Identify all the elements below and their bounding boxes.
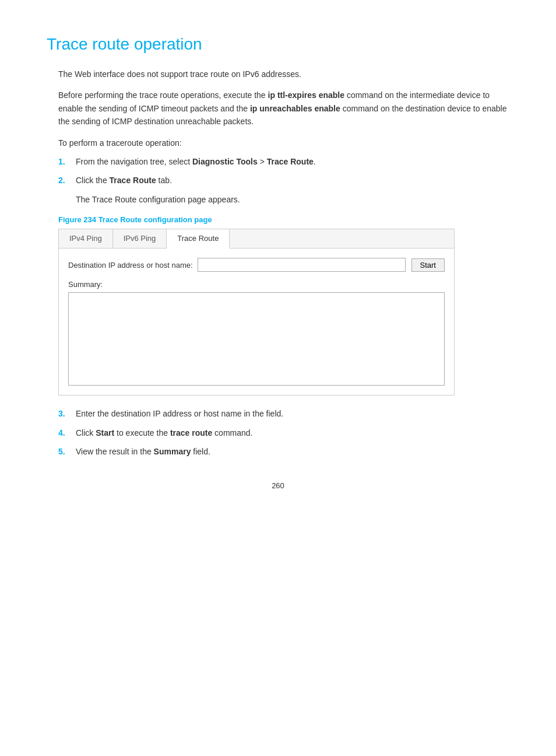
tab-trace-route[interactable]: Trace Route <box>167 229 230 249</box>
start-bold: Start <box>96 428 114 438</box>
start-button[interactable]: Start <box>411 258 445 272</box>
step-2-num: 2. <box>58 174 76 187</box>
page-number: 260 <box>47 481 509 490</box>
step-4: 4. Click Start to execute the trace rout… <box>58 426 509 439</box>
step-2-sub-text: The Trace Route configuration page appea… <box>76 193 509 206</box>
step-5-text: View the result in the Summary field. <box>76 445 509 458</box>
summary-bold: Summary <box>154 447 191 456</box>
step-2: 2. Click the Trace Route tab. <box>58 174 509 187</box>
steps-intro: To perform a traceroute operation: <box>58 136 509 149</box>
p2-start: Before performing the trace route operat… <box>58 90 268 100</box>
summary-label: Summary: <box>68 280 445 289</box>
trace-route-tab-bold: Trace Route <box>110 176 156 185</box>
step-3-num: 3. <box>58 407 76 420</box>
step-3: 3. Enter the destination IP address or h… <box>58 407 509 420</box>
cmd2: ip unreachables enable <box>250 104 340 113</box>
cmd1: ip ttl-expires enable <box>268 90 344 100</box>
trace-route-cmd-bold: trace route <box>170 428 212 438</box>
step-1-text: From the navigation tree, select Diagnos… <box>76 155 509 168</box>
step-3-text: Enter the destination IP address or host… <box>76 407 509 420</box>
ui-mockup: IPv4 Ping IPv6 Ping Trace Route Destinat… <box>58 229 455 396</box>
step-4-text: Click Start to execute the trace route c… <box>76 426 509 439</box>
step-5: 5. View the result in the Summary field. <box>58 445 509 458</box>
tabs-bar: IPv4 Ping IPv6 Ping Trace Route <box>59 229 454 249</box>
steps-list: 1. From the navigation tree, select Diag… <box>58 155 509 206</box>
destination-form-row: Destination IP address or host name: Sta… <box>68 258 445 272</box>
remaining-steps: 3. Enter the destination IP address or h… <box>58 407 509 458</box>
diag-tools-bold: Diagnostic Tools <box>192 157 258 166</box>
ui-body: Destination IP address or host name: Sta… <box>59 249 454 395</box>
step-2-text: Click the Trace Route tab. <box>76 174 509 187</box>
summary-box <box>68 292 445 386</box>
step-2-sub: The Trace Route configuration page appea… <box>58 193 509 206</box>
step-4-num: 4. <box>58 426 76 439</box>
intro-paragraph-1: The Web interface does not support trace… <box>58 68 509 80</box>
tab-ipv6-ping[interactable]: IPv6 Ping <box>113 229 167 248</box>
intro-paragraph-2: Before performing the trace route operat… <box>58 89 509 128</box>
step-1-num: 1. <box>58 155 76 168</box>
page-content: The Web interface does not support trace… <box>58 68 509 458</box>
trace-route-bold: Trace Route <box>267 157 314 166</box>
destination-input[interactable] <box>198 258 406 272</box>
destination-label: Destination IP address or host name: <box>68 261 193 270</box>
tab-ipv4-ping[interactable]: IPv4 Ping <box>59 229 113 248</box>
step-5-num: 5. <box>58 445 76 458</box>
figure-caption: Figure 234 Trace Route configuration pag… <box>58 215 509 224</box>
step-1: 1. From the navigation tree, select Diag… <box>58 155 509 168</box>
page-title: Trace route operation <box>47 35 509 54</box>
